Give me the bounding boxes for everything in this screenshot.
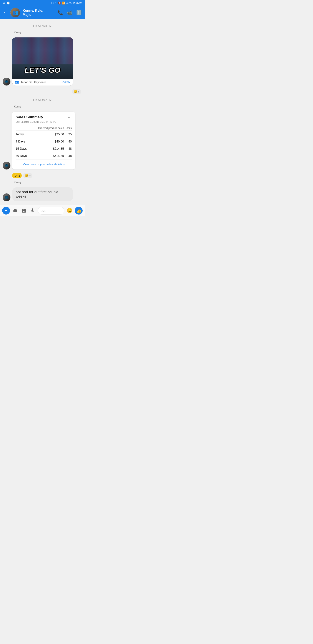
reaction-count: 1: [18, 174, 20, 177]
battery-text: 40%: [66, 2, 71, 4]
text-message-row: 🧥 not bad for out first couple weeks: [2, 187, 82, 201]
gif-badge: GIF: [15, 81, 19, 84]
chat-area: FRI AT 4:03 PM Kenny 🧥 LET'S GO GIF Teno…: [0, 19, 85, 205]
reaction-bubble[interactable]: 😮 1: [12, 173, 22, 178]
sales-table-row: 30 Days $614.85 48: [16, 152, 72, 160]
image-button[interactable]: [20, 207, 27, 214]
gif-message-row: 🧥 LET'S GO GIF Tenor GIF Keyboard OPEN: [2, 38, 82, 86]
camera-button[interactable]: [12, 207, 19, 214]
sales-link-area: View more of your sales statistics: [16, 162, 72, 166]
text-bubble: not bad for out first couple weeks: [12, 187, 73, 201]
row-sales: $40.00: [30, 138, 64, 145]
kenny-avatar-1: 🧥: [2, 78, 10, 86]
header-actions: 📞 📹 ℹ️: [58, 10, 82, 15]
row-label: Today: [16, 131, 30, 138]
gif-source-area: GIF Tenor GIF Keyboard: [15, 80, 46, 84]
row-sales: $25.00: [30, 131, 64, 138]
sales-message-row: 🧥 Sales Summary ··· Last updated 11/30/1…: [2, 112, 82, 170]
sales-card-subtitle: Last updated 11/30/18 1:31:47 PM PST: [16, 120, 72, 123]
plus-button[interactable]: +: [2, 207, 10, 214]
info-button[interactable]: ℹ️: [76, 10, 82, 15]
row-label: 30 Days: [16, 152, 30, 160]
thumbs-up-button[interactable]: 👍: [75, 207, 83, 214]
call-button[interactable]: 📞: [58, 10, 63, 15]
gif-crowd-bg: LET'S GO: [12, 38, 73, 79]
mic-button[interactable]: [29, 207, 36, 214]
image-icon: 🖼: [2, 2, 5, 4]
kenny-avatar-2: 🧥: [2, 162, 10, 170]
row-sales: $614.85: [30, 145, 64, 152]
kenny-avatar-3: 🧥: [2, 194, 10, 201]
row-label: 15 Days: [16, 145, 30, 152]
sales-table-row: 15 Days $614.85 48: [16, 145, 72, 152]
reaction-emoji: 😮: [14, 174, 17, 177]
sales-card-content: Sales Summary ··· Last updated 11/30/18 …: [12, 112, 82, 170]
clock-icon: 🕐: [6, 2, 10, 4]
sales-table-row: 7 Days $40.00 40: [16, 138, 72, 145]
sales-table: Ordered product sales Units Today $25.00…: [16, 126, 72, 160]
row-units: 48: [64, 152, 72, 160]
video-button[interactable]: 📹: [67, 10, 72, 15]
chat-name[interactable]: Kenny, Kyle, Majid: [22, 8, 55, 17]
col-header-sales: Ordered product sales: [30, 126, 64, 131]
col-header-period: [16, 126, 30, 131]
emoji-add-button-1[interactable]: 😊 +: [72, 89, 81, 94]
text-message-content: not bad for out first couple weeks: [12, 187, 82, 201]
gif-caption: LET'S GO: [24, 66, 60, 74]
gif-message-content: LET'S GO GIF Tenor GIF Keyboard OPEN: [12, 38, 82, 86]
mute-icon: 🔇: [58, 2, 61, 4]
sales-table-row: Today $25.00 25: [16, 131, 72, 138]
sales-link[interactable]: View more of your sales statistics: [23, 162, 64, 166]
input-bar: + Aa 😊 👍: [0, 205, 85, 216]
timestamp-2: FRI AT 4:47 PM: [2, 98, 82, 102]
message-placeholder: Aa: [41, 209, 45, 212]
signal-icon: 📶: [62, 2, 65, 4]
row-units: 40: [64, 138, 72, 145]
message-input[interactable]: Aa: [38, 207, 64, 214]
gif-source-text: Tenor GIF Keyboard: [21, 80, 46, 84]
nfc-icon: N: [54, 2, 56, 4]
timestamp-1: FRI AT 4:03 PM: [2, 24, 82, 28]
status-bar: 🖼 🕐 ⬡ N 🔇 📶 40% 1:53 AM: [0, 0, 85, 6]
row-sales: $614.85: [30, 152, 64, 160]
sales-card-header: Sales Summary ···: [16, 115, 72, 120]
status-left: 🖼 🕐: [2, 2, 10, 4]
emoji-add-button-2[interactable]: 😊 +: [23, 173, 32, 178]
col-header-units: Units: [64, 126, 72, 131]
status-right: ⬡ N 🔇 📶 40% 1:53 AM: [51, 2, 82, 4]
gif-container[interactable]: LET'S GO GIF Tenor GIF Keyboard OPEN: [12, 38, 73, 86]
bluetooth-icon: ⬡: [51, 2, 53, 4]
sales-summary-card: Sales Summary ··· Last updated 11/30/18 …: [12, 112, 75, 170]
emoji-button[interactable]: 😊: [66, 207, 73, 214]
group-avatar[interactable]: [10, 8, 20, 18]
row-units: 25: [64, 131, 72, 138]
sales-card-title: Sales Summary: [16, 115, 43, 120]
reaction-row: 😮 1 😊 +: [2, 173, 82, 178]
emoji-add-row-1: 😊 +: [2, 89, 82, 94]
sender-name-2: Kenny: [2, 105, 82, 108]
gif-image: LET'S GO: [12, 38, 73, 79]
gif-footer: GIF Tenor GIF Keyboard OPEN: [12, 79, 73, 86]
row-units: 48: [64, 145, 72, 152]
time-text: 1:53 AM: [73, 2, 82, 4]
row-label: 7 Days: [16, 138, 30, 145]
sender-name-3: Kenny: [2, 181, 82, 184]
sender-name-1: Kenny: [2, 31, 82, 34]
chat-header: ← Kenny, Kyle, Majid 📞 📹 ℹ️: [0, 6, 85, 19]
back-button[interactable]: ←: [3, 10, 8, 16]
sales-card-menu[interactable]: ···: [68, 115, 72, 120]
gif-open-button[interactable]: OPEN: [62, 80, 70, 84]
